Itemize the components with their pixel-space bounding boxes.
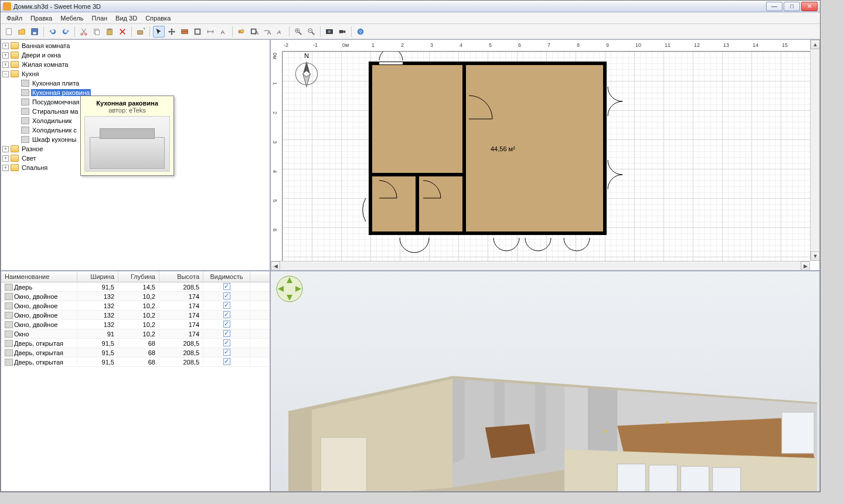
col-visibility[interactable]: Видимость (203, 271, 250, 282)
dimension-button[interactable] (205, 26, 216, 38)
visibility-checkbox[interactable] (223, 330, 230, 337)
col-height[interactable]: Высота (159, 271, 203, 282)
wall-button[interactable] (179, 26, 190, 38)
redo-button[interactable] (60, 26, 72, 38)
menu-plan[interactable]: План (89, 13, 111, 23)
room-button[interactable] (192, 26, 203, 38)
catalog-item[interactable]: Кухонная плита (13, 79, 268, 88)
table-row[interactable]: Окно, двойное13210,2174 (1, 292, 270, 301)
visibility-checkbox[interactable] (223, 321, 230, 328)
add-furniture-button[interactable]: + (135, 26, 147, 38)
menu-help[interactable]: Справка (142, 13, 174, 23)
photo-button[interactable] (324, 26, 335, 38)
floor-plan[interactable]: 44,56 м² (283, 52, 810, 263)
close-button[interactable]: ✕ (801, 2, 818, 11)
furniture-table-pane[interactable]: Наименование Ширина Глубина Высота Видим… (1, 271, 270, 492)
minimize-button[interactable]: — (766, 2, 782, 11)
catalog-pane[interactable]: +Ванная комната+Двери и окна+Жилая комна… (1, 39, 270, 271)
menu-edit[interactable]: Правка (27, 13, 56, 23)
ruler-tick: 12 (694, 42, 700, 48)
table-row[interactable]: Дверь, открытая91,568208,5 (1, 357, 270, 367)
visibility-checkbox[interactable] (223, 349, 230, 356)
maximize-button[interactable]: □ (784, 2, 800, 11)
open-button[interactable] (16, 26, 28, 38)
cell-depth: 10,2 (118, 293, 159, 300)
text-button[interactable]: A (217, 26, 229, 38)
window-title: Домик.sh3d - Sweet Home 3D (13, 3, 766, 10)
room-edit-button[interactable]: A (249, 26, 260, 38)
item-label: Холодильник (31, 117, 73, 124)
delete-button[interactable] (117, 26, 128, 38)
plan-scrollbar-horizontal[interactable]: ◀ ▶ (271, 261, 810, 270)
table-row[interactable]: Дверь, открытая91,568208,5 (1, 339, 270, 348)
visibility-checkbox[interactable] (223, 339, 230, 346)
3d-render[interactable] (288, 276, 817, 492)
cell-name: Окно, двойное (14, 312, 57, 319)
table-row[interactable]: Окно9110,2174 (1, 329, 270, 339)
expand-icon[interactable]: − (2, 71, 9, 77)
help-button[interactable]: ? (355, 26, 366, 38)
ruler-tick: 11 (665, 42, 671, 48)
zoom-out-button[interactable] (305, 26, 317, 38)
select-button[interactable] (153, 26, 165, 38)
cell-name: Окно, двойное (14, 293, 57, 300)
table-header[interactable]: Наименование Ширина Глубина Высота Видим… (1, 271, 270, 282)
table-row[interactable]: Окно, двойное13210,2174 (1, 320, 270, 329)
item-label: Холодильник с (31, 127, 78, 134)
new-button[interactable] (3, 26, 15, 38)
undo-button[interactable] (47, 26, 59, 38)
text-edit-button[interactable]: A (274, 26, 286, 38)
svg-text:A: A (267, 29, 271, 36)
col-width[interactable]: Ширина (77, 271, 118, 282)
folder-icon (11, 145, 19, 152)
pan-button[interactable] (166, 26, 178, 38)
menu-3d[interactable]: Вид 3D (112, 13, 141, 23)
group-label: Спальня (21, 164, 49, 171)
table-row[interactable]: Окно, двойное13210,2174 (1, 311, 270, 320)
menu-file[interactable]: Файл (3, 13, 26, 23)
visibility-checkbox[interactable] (223, 292, 230, 299)
titlebar[interactable]: Домик.sh3d - Sweet Home 3D — □ ✕ (1, 1, 820, 12)
col-name[interactable]: Наименование (1, 271, 77, 282)
scroll-left-button[interactable]: ◀ (271, 261, 280, 271)
expand-icon[interactable]: + (2, 165, 9, 171)
col-depth[interactable]: Глубина (118, 271, 159, 282)
catalog-group[interactable]: +Ванная комната (2, 41, 268, 50)
expand-icon[interactable]: + (2, 146, 9, 152)
scroll-down-button[interactable]: ▼ (811, 251, 820, 261)
cell-width: 91 (77, 331, 118, 338)
zoom-in-button[interactable] (292, 26, 304, 38)
menubar: Файл Правка Мебель План Вид 3D Справка (1, 12, 820, 24)
plan-scrollbar-vertical[interactable]: ▲ ▼ (810, 40, 819, 261)
visibility-checkbox[interactable] (223, 311, 230, 318)
table-row[interactable]: Дверь91,514,5208,5 (1, 282, 270, 292)
scroll-right-button[interactable]: ▶ (801, 261, 810, 271)
svg-rect-33 (339, 30, 343, 33)
copy-button[interactable] (91, 26, 103, 38)
ruler-tick: -1 (313, 42, 318, 48)
cut-button[interactable] (78, 26, 90, 38)
expand-icon[interactable]: + (2, 155, 9, 162)
dim-edit-button[interactable]: A (261, 26, 273, 38)
scroll-up-button[interactable]: ▲ (811, 40, 820, 49)
expand-icon[interactable]: + (2, 62, 9, 68)
catalog-group[interactable]: +Жилая комната (2, 60, 268, 69)
catalog-group[interactable]: +Двери и окна (2, 50, 268, 60)
menu-furniture[interactable]: Мебель (57, 13, 87, 23)
table-row[interactable]: Дверь, открытая91,568208,5 (1, 348, 270, 357)
ruler-tick: 4 (460, 42, 462, 48)
wall-edit-button[interactable] (236, 26, 247, 38)
paste-button[interactable] (104, 26, 115, 38)
catalog-group[interactable]: −Кухня (2, 69, 268, 79)
visibility-checkbox[interactable] (223, 283, 230, 290)
expand-icon[interactable]: + (2, 43, 9, 49)
video-button[interactable] (336, 26, 348, 38)
3d-view-pane[interactable] (270, 271, 820, 492)
save-button[interactable] (29, 26, 40, 38)
svg-point-65 (604, 431, 607, 433)
table-row[interactable]: Окно, двойное13210,2174 (1, 301, 270, 311)
visibility-checkbox[interactable] (223, 358, 230, 365)
plan-pane[interactable]: -2-10м12345678910111213141516 0м123456 N (270, 39, 820, 271)
visibility-checkbox[interactable] (223, 302, 230, 309)
expand-icon[interactable]: + (2, 52, 9, 59)
